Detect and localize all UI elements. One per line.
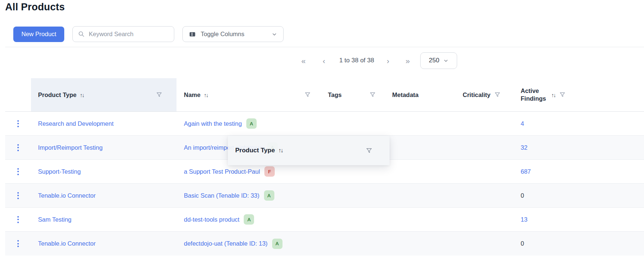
column-header-tags[interactable]: Tags [328, 78, 392, 111]
product-type-link[interactable]: Tenable.io Connector [38, 192, 96, 199]
table-row: Tenable.io Connector Basic Scan (Tenable… [5, 184, 644, 208]
drag-ghost-column-header: Product Type ↑↓ [228, 136, 390, 165]
product-name-link[interactable]: defectdojo-uat (Tenable ID: 13) [184, 240, 268, 247]
active-findings-value[interactable]: 13 [521, 216, 527, 223]
toolbar: New Product Toggle Columns [13, 26, 284, 42]
column-header-metadata[interactable]: Metadata [392, 78, 463, 111]
product-name-link[interactable]: a Support Test Product-Paul [184, 168, 260, 175]
chevron-down-icon [443, 58, 449, 63]
active-findings-value[interactable]: 4 [521, 120, 524, 127]
product-name-link[interactable]: Again with the testing [184, 120, 242, 127]
toggle-columns-label: Toggle Columns [201, 31, 244, 38]
filter-icon [366, 147, 373, 154]
tags-cell [328, 184, 392, 207]
active-findings-value: 0 [521, 192, 524, 199]
column-label: Active Findings [521, 87, 548, 103]
grade-badge[interactable]: A [244, 214, 254, 225]
row-actions-kebab-icon[interactable] [16, 215, 20, 225]
last-page-button[interactable]: » [405, 57, 410, 65]
metadata-cell [392, 160, 463, 183]
active-findings-value[interactable]: 687 [521, 168, 531, 175]
metadata-cell [392, 208, 463, 231]
criticality-cell [463, 184, 518, 207]
criticality-cell [463, 136, 518, 159]
pagination: « ‹ 1 to 38 of 38 › » 250 [295, 52, 457, 69]
row-actions-kebab-icon[interactable] [16, 191, 20, 201]
search-icon [78, 31, 85, 38]
product-type-link[interactable]: Research and Development [38, 120, 114, 127]
toolbar-divider [5, 47, 644, 47]
first-page-button[interactable]: « [301, 57, 306, 65]
grade-badge[interactable]: A [246, 118, 257, 129]
chevron-down-icon [271, 31, 277, 37]
pagination-range-text: 1 to 38 of 38 [339, 57, 374, 64]
toggle-columns-dropdown[interactable]: Toggle Columns [182, 26, 284, 42]
column-header-active-findings[interactable]: Active Findings ↑↓ [518, 78, 644, 111]
column-label: Criticality [463, 91, 490, 98]
table-row: Research and Development Again with the … [5, 112, 644, 136]
filter-icon[interactable] [156, 91, 162, 98]
row-actions-kebab-icon[interactable] [16, 167, 20, 177]
next-page-button[interactable]: › [387, 57, 389, 65]
column-header-criticality[interactable]: Criticality [463, 78, 518, 111]
row-actions-kebab-icon[interactable] [16, 239, 20, 249]
criticality-cell [463, 112, 518, 135]
column-header-product-type[interactable]: Product Type ↑↓ [31, 78, 177, 111]
keyword-search-input[interactable] [89, 31, 169, 38]
column-label: Name [184, 91, 201, 98]
page-title: All Products [5, 1, 65, 13]
grade-badge[interactable]: F [264, 166, 275, 177]
criticality-cell [463, 232, 518, 256]
product-type-link[interactable]: Support-Testing [38, 168, 81, 175]
keyword-search-box[interactable] [72, 26, 174, 42]
tags-cell [328, 112, 392, 135]
column-label: Tags [328, 91, 342, 98]
sort-icon[interactable]: ↑↓ [551, 92, 555, 98]
page-size-select[interactable]: 250 [420, 52, 457, 69]
filter-icon[interactable] [369, 91, 376, 98]
row-actions-kebab-icon[interactable] [16, 143, 20, 153]
table-header-row: Product Type ↑↓ Name ↑↓ Tags Metadata Cr… [5, 78, 644, 112]
filter-icon[interactable] [494, 91, 501, 98]
grade-badge[interactable]: A [264, 190, 274, 201]
page-size-value: 250 [429, 57, 439, 64]
criticality-cell [463, 208, 518, 231]
sort-icon[interactable]: ↑↓ [80, 92, 84, 98]
columns-icon [189, 31, 196, 38]
sort-icon: ↑↓ [278, 147, 282, 154]
filter-icon[interactable] [559, 91, 566, 98]
drag-ghost-label: Product Type [235, 147, 275, 154]
filter-icon[interactable] [304, 91, 311, 98]
active-findings-value: 0 [521, 240, 524, 247]
metadata-cell [392, 232, 463, 256]
product-type-link[interactable]: Sam Testing [38, 216, 72, 223]
table-row: Sam Testing dd-test-tools product A 13 [5, 208, 644, 232]
actions-column-header [5, 78, 31, 111]
column-header-name[interactable]: Name ↑↓ [177, 78, 328, 111]
metadata-cell [392, 112, 463, 135]
criticality-cell [463, 160, 518, 183]
new-product-button[interactable]: New Product [13, 27, 64, 42]
product-type-link[interactable]: Tenable.io Connector [38, 240, 96, 247]
tags-cell [328, 232, 392, 256]
table-body: Research and Development Again with the … [5, 112, 644, 256]
row-actions-kebab-icon[interactable] [16, 119, 20, 129]
product-name-link[interactable]: dd-test-tools product [184, 216, 239, 223]
product-type-link[interactable]: Import/Reimport Testing [38, 144, 103, 151]
grade-badge[interactable]: A [272, 239, 282, 249]
column-label: Product Type [38, 91, 76, 98]
prev-page-button[interactable]: ‹ [323, 57, 325, 65]
active-findings-value[interactable]: 32 [521, 144, 527, 151]
sort-icon[interactable]: ↑↓ [204, 92, 208, 98]
products-table: Product Type ↑↓ Name ↑↓ Tags Metadata Cr… [5, 78, 644, 256]
table-row: Tenable.io Connector defectdojo-uat (Ten… [5, 232, 644, 256]
metadata-cell [392, 184, 463, 207]
metadata-cell [392, 136, 463, 159]
column-label: Metadata [392, 91, 419, 98]
tags-cell [328, 208, 392, 231]
product-name-link[interactable]: Basic Scan (Tenable ID: 33) [184, 192, 260, 199]
